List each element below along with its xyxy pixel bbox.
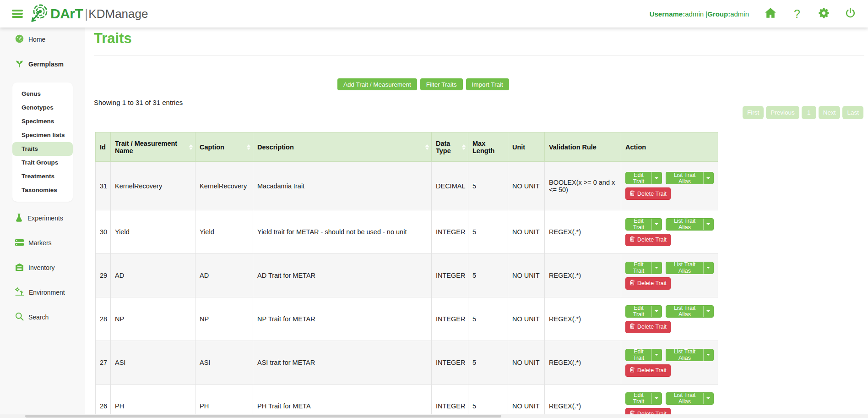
trash-icon xyxy=(629,236,635,243)
sidebar-item-environment[interactable]: Environment xyxy=(15,286,85,299)
home-button[interactable] xyxy=(765,8,776,20)
cell-validation-rule: REGEX(.*) xyxy=(545,254,621,297)
brand-logo[interactable]: DArT | KDManage xyxy=(30,3,148,24)
dropdown-caret-icon xyxy=(651,306,658,317)
cell-max-length: 5 xyxy=(468,385,508,418)
sort-arrows-icon xyxy=(247,144,250,150)
hamburger-icon xyxy=(12,10,23,11)
cell-description: PH Trait for META xyxy=(253,385,432,418)
cell-caption: NP xyxy=(195,297,253,341)
list-trait-alias-button[interactable]: List Trait Alias xyxy=(666,305,714,318)
list-trait-alias-button[interactable]: List Trait Alias xyxy=(666,349,714,361)
edit-trait-button[interactable]: Edit Trait xyxy=(625,305,662,318)
cell-name: PH xyxy=(111,385,195,418)
cell-data-type: INTEGER xyxy=(432,341,468,385)
dropdown-caret-icon xyxy=(703,349,710,361)
import-trait-button[interactable]: Import Trait xyxy=(466,78,509,90)
column-header-name[interactable]: Trait / Measurement Name xyxy=(111,132,195,162)
dropdown-caret-icon xyxy=(651,349,658,361)
sort-arrows-icon xyxy=(462,144,466,150)
table-row: 26 PH PH PH Trait for META INTEGER 5 NO … xyxy=(96,385,718,418)
help-button[interactable]: ? xyxy=(791,8,803,20)
sidebar-item-specimens[interactable]: Specimens xyxy=(12,115,73,128)
column-header-caption[interactable]: Caption xyxy=(195,132,253,162)
pagination-previous-button[interactable]: Previous xyxy=(766,106,799,119)
scrollbar-thumb[interactable] xyxy=(25,415,501,418)
cell-description: Macadamia trait xyxy=(253,162,432,210)
cell-validation-rule: REGEX(.*) xyxy=(545,341,621,385)
sidebar-item-experiments[interactable]: Experiments xyxy=(15,212,85,225)
cell-action: Edit Trait List Trait Alias Delete Trait xyxy=(621,210,718,254)
table-header-row: Id Trait / Measurement Name Caption Desc… xyxy=(96,132,718,162)
edit-trait-button[interactable]: Edit Trait xyxy=(625,392,662,405)
trash-icon xyxy=(629,323,635,330)
pagination-next-button[interactable]: Next xyxy=(819,106,841,119)
sidebar-item-traits[interactable]: Traits xyxy=(12,142,73,156)
sidebar-item-inventory[interactable]: Inventory xyxy=(15,261,85,274)
delete-trait-button[interactable]: Delete Trait xyxy=(625,364,671,377)
header-icons: ? xyxy=(765,8,856,20)
sidebar-item-label: Inventory xyxy=(28,264,55,271)
horizontal-scrollbar[interactable] xyxy=(0,414,868,418)
column-header-action[interactable]: Action xyxy=(621,132,718,162)
list-trait-alias-button[interactable]: List Trait Alias xyxy=(666,392,714,405)
column-header-validation-rule[interactable]: Validation Rule xyxy=(545,132,621,162)
pagination-page-1-button[interactable]: 1 xyxy=(802,106,816,119)
traits-table: Id Trait / Measurement Name Caption Desc… xyxy=(95,132,718,418)
page-title: Traits xyxy=(94,30,132,47)
column-header-max-length[interactable]: Max Length xyxy=(468,132,508,162)
pagination-first-button[interactable]: First xyxy=(743,106,764,119)
dropdown-caret-icon xyxy=(703,306,710,317)
cell-data-type: INTEGER xyxy=(432,297,468,341)
delete-trait-button[interactable]: Delete Trait xyxy=(625,321,671,333)
sidebar-item-germplasm[interactable]: Germplasm xyxy=(15,58,85,71)
add-trait-button[interactable]: Add Trait / Measurement xyxy=(337,78,417,90)
cell-description: AD Trait for METAR xyxy=(253,254,432,297)
power-button[interactable] xyxy=(844,8,856,20)
delete-trait-button[interactable]: Delete Trait xyxy=(625,234,671,246)
list-trait-alias-button[interactable]: List Trait Alias xyxy=(666,262,714,274)
cell-validation-rule: BOOLEX(x >= 0 and x <= 50) xyxy=(545,162,621,210)
column-header-description[interactable]: Description xyxy=(253,132,432,162)
list-trait-alias-button[interactable]: List Trait Alias xyxy=(666,218,714,231)
edit-trait-button[interactable]: Edit Trait xyxy=(625,349,662,361)
cell-validation-rule: REGEX(.*) xyxy=(545,385,621,418)
cell-action: Edit Trait List Trait Alias Delete Trait xyxy=(621,341,718,385)
column-header-unit[interactable]: Unit xyxy=(508,132,545,162)
cell-description: ASI trait for METAR xyxy=(253,341,432,385)
sidebar-item-treatments[interactable]: Treatments xyxy=(12,170,73,183)
edit-trait-button[interactable]: Edit Trait xyxy=(625,172,662,184)
edit-trait-button[interactable]: Edit Trait xyxy=(625,262,662,274)
question-mark-icon: ? xyxy=(794,7,800,21)
search-icon xyxy=(15,312,24,322)
settings-button[interactable] xyxy=(818,8,830,20)
dropdown-caret-icon xyxy=(651,393,658,404)
group-value: admin xyxy=(730,10,749,18)
delete-trait-button[interactable]: Delete Trait xyxy=(625,187,671,200)
sidebar-item-trait-groups[interactable]: Trait Groups xyxy=(12,156,73,170)
dropdown-caret-icon xyxy=(651,172,658,184)
list-trait-alias-button[interactable]: List Trait Alias xyxy=(666,172,714,184)
flask-icon xyxy=(15,213,23,223)
sidebar-item-genotypes[interactable]: Genotypes xyxy=(12,101,73,115)
sidebar-item-taxonomies[interactable]: Taxonomies xyxy=(12,183,73,197)
sidebar-item-home[interactable]: Home xyxy=(15,33,85,46)
delete-trait-button[interactable]: Delete Trait xyxy=(625,277,671,290)
sidebar-item-markers[interactable]: Markers xyxy=(15,236,85,249)
sidebar-item-search[interactable]: Search xyxy=(15,311,85,324)
filter-traits-button[interactable]: Filter Traits xyxy=(420,78,463,90)
cell-max-length: 5 xyxy=(468,297,508,341)
cell-caption: Yield xyxy=(195,210,253,254)
home-icon xyxy=(765,7,776,20)
cell-id: 30 xyxy=(96,210,111,254)
column-header-data-type[interactable]: Data Type xyxy=(432,132,468,162)
column-header-id[interactable]: Id xyxy=(96,132,111,162)
edit-trait-button[interactable]: Edit Trait xyxy=(625,218,662,231)
sidebar-item-genus[interactable]: Genus xyxy=(12,87,73,101)
pagination-last-button[interactable]: Last xyxy=(842,106,863,119)
sidebar-item-specimen-lists[interactable]: Specimen lists xyxy=(12,128,73,142)
hamburger-menu-button[interactable] xyxy=(12,8,23,20)
cell-id: 27 xyxy=(96,341,111,385)
toolbar: Add Trait / Measurement Filter Traits Im… xyxy=(337,78,509,90)
dashboard-icon xyxy=(15,34,24,44)
